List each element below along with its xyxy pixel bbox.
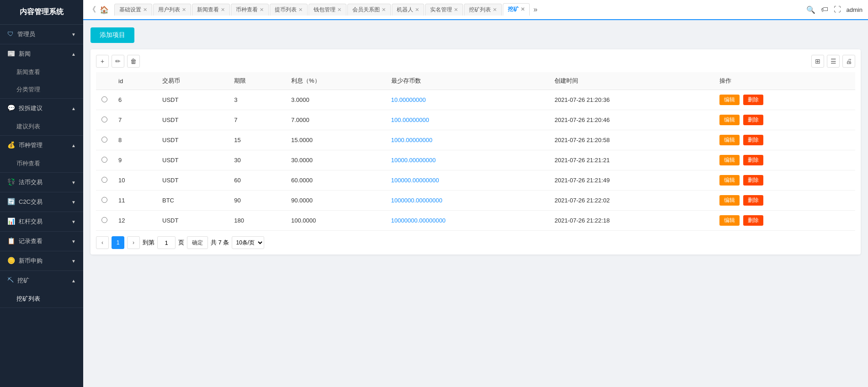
- tab-coin-view-close[interactable]: ✕: [260, 7, 264, 13]
- home-icon[interactable]: 🏠: [100, 5, 109, 14]
- search-icon[interactable]: 🔍: [806, 5, 815, 14]
- sidebar-item-news-category[interactable]: 分类管理: [0, 81, 83, 98]
- table-row: 12 USDT 180 100.0000 10000000.00000000 2…: [96, 211, 855, 231]
- row-select-3[interactable]: [96, 150, 113, 170]
- sidebar: 内容管理系统 🛡管理员 ▼ 📰新闻 ▲ 新闻查看 分类管理 💬投拆建议 ▲ 建议…: [0, 0, 83, 387]
- goto-page-input[interactable]: [157, 236, 176, 249]
- sidebar-item-coin-manage[interactable]: 💰币种管理 ▲: [0, 136, 83, 155]
- row-select-2[interactable]: [96, 130, 113, 150]
- tab-member-relation-close[interactable]: ✕: [382, 7, 386, 13]
- row-radio-1[interactable]: [101, 117, 107, 122]
- sidebar-item-newcoin[interactable]: 🪙新币申购 ▼: [0, 251, 83, 270]
- row-min-coins-1[interactable]: 100.00000000: [386, 110, 549, 130]
- delete-button-1[interactable]: 删除: [743, 115, 763, 125]
- collapse-icon[interactable]: 《: [89, 5, 96, 15]
- view-grid-button[interactable]: ⊞: [811, 55, 824, 68]
- delete-button-2[interactable]: 删除: [743, 135, 763, 145]
- row-select-6[interactable]: [96, 211, 113, 231]
- edit-button-0[interactable]: 编辑: [719, 95, 740, 105]
- row-min-coins-2[interactable]: 1000.00000000: [386, 130, 549, 150]
- add-project-button[interactable]: 添加项目: [91, 27, 134, 43]
- per-page-select[interactable]: 10条/页 20条/页 50条/页: [232, 236, 264, 249]
- sidebar-item-manager[interactable]: 🛡管理员 ▼: [0, 25, 83, 44]
- delete-button-0[interactable]: 删除: [743, 95, 763, 105]
- row-select-1[interactable]: [96, 110, 113, 130]
- row-radio-3[interactable]: [101, 157, 107, 163]
- sidebar-item-feedback[interactable]: 💬投拆建议 ▲: [0, 99, 83, 118]
- delete-button-3[interactable]: 删除: [743, 155, 763, 165]
- tab-realname-manage-close[interactable]: ✕: [454, 7, 458, 13]
- tab-member-relation[interactable]: 会员关系图 ✕: [347, 4, 391, 16]
- delete-button-4[interactable]: 删除: [743, 175, 763, 186]
- tab-mining-list[interactable]: 挖矿列表 ✕: [464, 4, 502, 16]
- sidebar-item-records[interactable]: 📋记录查看 ▼: [0, 232, 83, 251]
- sidebar-group-feedback: 💬投拆建议 ▲ 建议列表: [0, 99, 83, 136]
- row-radio-4[interactable]: [101, 177, 107, 183]
- edit-button-1[interactable]: 编辑: [719, 115, 740, 125]
- tab-mining-close[interactable]: ✕: [521, 6, 525, 12]
- sidebar-item-news[interactable]: 📰新闻 ▲: [0, 44, 83, 64]
- tab-news-view-close[interactable]: ✕: [221, 7, 225, 13]
- toolbar-edit-button[interactable]: ✏: [112, 55, 124, 68]
- print-button[interactable]: 🖨: [842, 55, 855, 68]
- prev-page-button[interactable]: ‹: [96, 236, 109, 249]
- edit-button-6[interactable]: 编辑: [719, 215, 740, 226]
- tab-robot[interactable]: 机器人 ✕: [392, 4, 424, 16]
- row-select-4[interactable]: [96, 170, 113, 191]
- row-min-coins-3[interactable]: 10000.00000000: [386, 150, 549, 170]
- sidebar-item-feedback-list[interactable]: 建议列表: [0, 118, 83, 135]
- sidebar-item-fiat[interactable]: 💱法币交易 ▼: [0, 173, 83, 192]
- row-radio-5[interactable]: [101, 197, 107, 203]
- sidebar-records-label: 记录查看: [19, 238, 43, 244]
- tab-withdraw-list[interactable]: 提币列表 ✕: [270, 4, 308, 16]
- fullscreen-icon[interactable]: ⛶: [834, 5, 841, 14]
- more-tabs-icon[interactable]: »: [533, 5, 538, 14]
- edit-button-5[interactable]: 编辑: [719, 195, 740, 206]
- tab-realname-manage[interactable]: 实名管理 ✕: [425, 4, 463, 16]
- tab-robot-close[interactable]: ✕: [415, 7, 419, 13]
- tag-icon[interactable]: 🏷: [821, 5, 828, 14]
- tab-wallet-manage-close[interactable]: ✕: [337, 7, 341, 13]
- sidebar-item-mining-list[interactable]: 挖矿列表: [0, 290, 83, 307]
- row-min-coins-6[interactable]: 10000000.00000000: [386, 211, 549, 231]
- tab-mining-list-close[interactable]: ✕: [493, 7, 497, 13]
- edit-button-4[interactable]: 编辑: [719, 175, 740, 186]
- edit-button-3[interactable]: 编辑: [719, 155, 740, 165]
- sidebar-item-mining[interactable]: ⛏挖矿 ▲: [0, 271, 83, 290]
- main-area: 《 🏠 基础设置 ✕ 用户列表 ✕ 新闻查看 ✕ 币种查看 ✕: [83, 0, 868, 387]
- tab-basic-settings[interactable]: 基础设置 ✕: [114, 4, 152, 16]
- col-term: 期限: [229, 72, 286, 90]
- toolbar-delete-button[interactable]: 🗑: [127, 55, 140, 68]
- tab-user-list-close[interactable]: ✕: [182, 7, 186, 13]
- row-min-coins-5[interactable]: 1000000.00000000: [386, 191, 549, 211]
- row-radio-0[interactable]: [101, 96, 107, 102]
- row-radio-2[interactable]: [101, 137, 107, 143]
- delete-button-5[interactable]: 删除: [743, 195, 763, 206]
- tab-basic-settings-close[interactable]: ✕: [143, 7, 147, 13]
- tab-news-view-label: 新闻查看: [197, 6, 219, 14]
- sidebar-item-news-view[interactable]: 新闻查看: [0, 64, 83, 81]
- row-min-coins-0[interactable]: 10.00000000: [386, 90, 549, 110]
- tab-member-relation-label: 会员关系图: [352, 6, 380, 14]
- next-page-button[interactable]: ›: [127, 236, 140, 249]
- delete-button-6[interactable]: 删除: [743, 215, 763, 226]
- page-1-button[interactable]: 1: [112, 236, 124, 249]
- toolbar-add-button[interactable]: +: [96, 55, 109, 68]
- tab-user-list[interactable]: 用户列表 ✕: [153, 4, 191, 16]
- row-radio-6[interactable]: [101, 217, 107, 223]
- row-term-4: 60: [229, 170, 286, 191]
- row-select-5[interactable]: [96, 191, 113, 211]
- tab-coin-view[interactable]: 币种查看 ✕: [231, 4, 269, 16]
- tab-withdraw-list-close[interactable]: ✕: [298, 7, 303, 13]
- row-select-0[interactable]: [96, 90, 113, 110]
- sidebar-item-leverage[interactable]: 📊杠杆交易 ▼: [0, 212, 83, 231]
- tab-news-view[interactable]: 新闻查看 ✕: [192, 4, 230, 16]
- sidebar-item-c2c[interactable]: 🔄C2C交易 ▼: [0, 192, 83, 212]
- row-min-coins-4[interactable]: 100000.00000000: [386, 170, 549, 191]
- tab-mining[interactable]: 挖矿 ✕: [503, 3, 530, 16]
- sidebar-item-coin-view[interactable]: 币种查看: [0, 155, 83, 172]
- tab-wallet-manage[interactable]: 钱包管理 ✕: [309, 4, 346, 16]
- edit-button-2[interactable]: 编辑: [719, 135, 740, 145]
- view-list-button[interactable]: ☰: [827, 55, 840, 68]
- goto-confirm-button[interactable]: 确定: [187, 236, 208, 249]
